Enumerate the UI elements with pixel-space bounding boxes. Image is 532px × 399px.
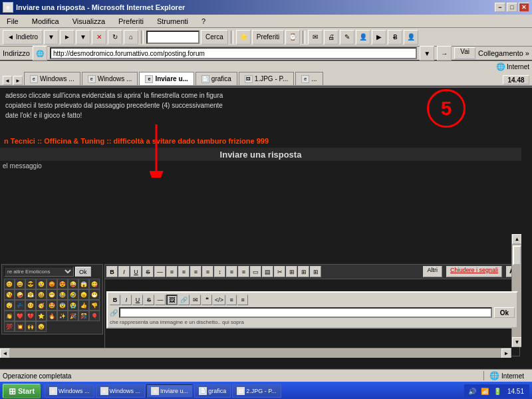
emot-12[interactable]: 😤 [25,289,36,300]
emot-36[interactable]: 🎈 [89,311,100,321]
emot-23[interactable]: 🤩 [47,300,57,311]
emot-21[interactable]: 🤒 [25,300,36,311]
ed-align3[interactable]: ≡ [190,266,201,277]
emot-18[interactable]: 😷 [89,289,100,300]
url-tb-list2[interactable]: ≡ [237,295,248,305]
url-input-field[interactable] [119,307,492,318]
ed-scissors[interactable]: ✂ [274,266,285,277]
messenger-button[interactable]: 👤 [356,30,370,45]
url-tb-b[interactable]: B [110,295,120,305]
scroll-up-button[interactable]: ▲ [512,234,521,244]
hscroll-left-button[interactable]: ◄ [0,348,10,358]
home-button[interactable]: ⌂ [124,30,138,45]
url-tb-email[interactable]: ✉ [190,295,201,305]
emot-28[interactable]: 👏 [4,311,15,321]
emot-7[interactable]: 😜 [68,279,78,289]
forward-arrow-button[interactable]: ▼ [76,30,90,45]
ed-strike[interactable]: S [142,266,154,277]
ed-list2[interactable]: ≡ [238,266,249,277]
ed-align1[interactable]: ≡ [166,266,178,277]
maximize-button[interactable]: □ [507,3,517,12]
tab-more[interactable]: e ... [295,72,323,85]
emot-16[interactable]: 🤣 [68,289,78,300]
emoticon-ok-button[interactable]: Ok [75,267,91,277]
ed-grid1[interactable]: ⊞ [286,266,297,277]
stop-button[interactable]: ✕ [92,30,106,45]
ed-italic[interactable]: I [118,266,130,277]
url-tb-u[interactable]: U [132,295,143,305]
emot-11[interactable]: 🤪 [15,289,25,300]
emot-39[interactable]: 🙌 [25,321,36,332]
emot-5[interactable]: 😡 [47,279,57,289]
tab-scroll-left[interactable]: ◄ [3,76,12,85]
menu-help[interactable]: ? [198,16,209,27]
address-dropdown[interactable]: ▼ [420,46,434,61]
url-tb-line[interactable]: — [155,295,166,305]
emot-2[interactable]: 😄 [15,279,25,289]
extra-button[interactable]: 👤 [404,30,418,45]
ed-box1[interactable]: ▭ [250,266,261,277]
hscroll-right-button[interactable]: ► [501,348,511,358]
ed-box2[interactable]: ▤ [262,266,273,277]
emot-30[interactable]: 💔 [25,311,36,321]
refresh-button[interactable]: ↻ [108,30,122,45]
ed-grid3[interactable]: ⊞ [310,266,321,277]
emot-29[interactable]: ❤️ [15,311,25,321]
emot-15[interactable]: 😂 [57,289,68,300]
bluetooth-button[interactable]: Ƀ [388,30,402,45]
ed-line[interactable]: — [154,266,166,277]
url-tb-list1[interactable]: ≡ [226,295,237,305]
address-input[interactable] [50,47,417,59]
back-arrow-button[interactable]: ▼ [44,30,59,45]
tab-scroll-right[interactable]: ► [13,76,23,85]
start-button[interactable]: ⊞ Start [3,384,41,398]
emot-8[interactable]: 😱 [78,279,89,289]
close-button[interactable]: ✕ [519,3,529,12]
emot-17[interactable]: 😠 [78,289,89,300]
url-tb-code[interactable]: </> [213,295,225,305]
menu-view[interactable]: Visualizza [68,16,109,27]
media-button[interactable]: ▶ [372,30,386,45]
url-tb-i[interactable]: I [121,295,132,305]
emot-35[interactable]: 🎊 [78,311,89,321]
taskbar-windows-2[interactable]: e Windows ... [96,384,146,398]
emot-25[interactable]: 😭 [68,300,78,311]
ed-underline[interactable]: U [130,266,142,277]
menu-favorites[interactable]: Preferiti [114,16,148,27]
taskbar-inviare[interactable]: e Inviare u... [146,384,193,398]
tab-inviare[interactable]: e Inviare u... [139,72,194,85]
ed-grid2[interactable]: ⊞ [298,266,309,277]
address-arrow[interactable]: → [437,46,452,61]
taskbar-grafica[interactable]: 📄 grafica [194,384,231,398]
emot-1[interactable]: 😊 [4,279,15,289]
print-button[interactable]: 🖨 [324,30,338,45]
emot-6[interactable]: 😍 [57,279,68,289]
emot-27[interactable]: 👎 [89,300,100,311]
taskbar-windows-1[interactable]: e Windows ... [45,384,94,398]
taskbar-jpg2[interactable]: 🖼 2.JPG - P... [232,384,281,398]
ed-bold[interactable]: B [106,266,118,277]
ed-align4[interactable]: ≡ [202,266,213,277]
emot-32[interactable]: 🔥 [47,311,57,321]
search-button[interactable]: Cerca [201,30,228,45]
tab-grafica[interactable]: 📄 grafica [196,72,237,85]
url-tb-s[interactable]: S [144,295,154,305]
favorites-button[interactable]: Preferiti [252,30,284,45]
emot-24[interactable]: 😨 [57,300,68,311]
emot-10[interactable]: 😘 [4,289,15,300]
url-tb-link[interactable]: 🔗 [178,295,190,305]
emot-33[interactable]: ✨ [57,311,68,321]
emot-20[interactable]: 💤 [15,300,25,311]
emot-3[interactable]: 😎 [25,279,36,289]
mail-button[interactable]: ✉ [308,30,323,45]
url-tb-quote[interactable]: ❝ [201,295,212,305]
emot-31[interactable]: ⭐ [36,311,47,321]
scroll-down-button[interactable]: ▼ [512,337,521,347]
emot-37[interactable]: 💯 [4,321,15,332]
emot-34[interactable]: 🎉 [68,311,78,321]
emot-14[interactable]: 😁 [47,289,57,300]
tab-windows-1[interactable]: e Windows ... [24,72,80,85]
tab-jpg[interactable]: 🖼 1.JPG - P... [239,72,294,85]
history-button[interactable]: ⌚ [285,30,300,45]
menu-tools[interactable]: Strumenti [153,16,192,27]
